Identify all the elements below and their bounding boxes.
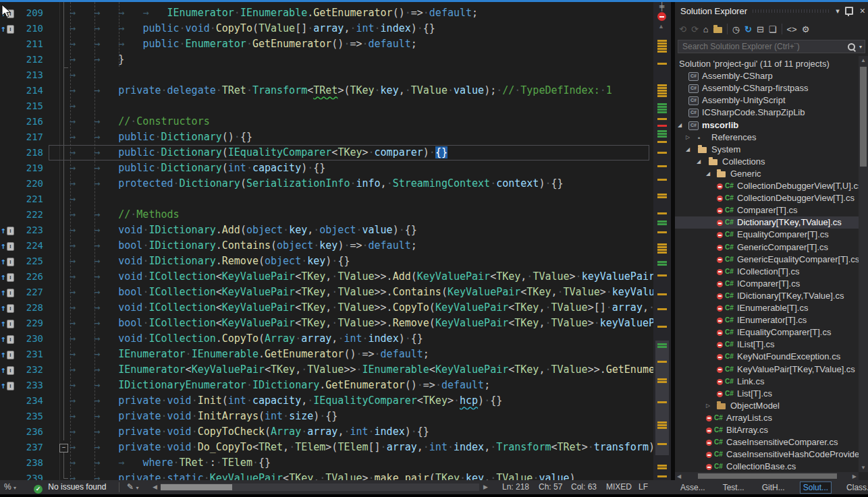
implements-indicator-icon[interactable]: ↑I bbox=[1, 347, 14, 362]
scrollbar-thumb[interactable] bbox=[860, 67, 867, 167]
code-line-228[interactable]: ↑I228→ → void·ICollection<KeyValuePair<T… bbox=[0, 300, 653, 316]
scroll-up-arrow-icon[interactable]: ▲ bbox=[861, 57, 866, 63]
tool-window-tab[interactable]: Test... bbox=[720, 482, 747, 493]
tree-item[interactable]: ◢C#mscorlib bbox=[675, 119, 859, 131]
scroll-right-arrow-icon[interactable]: ▶ bbox=[852, 473, 857, 479]
code-line-229[interactable]: ↑I229→ → bool·ICollection<KeyValuePair<T… bbox=[0, 316, 653, 331]
tree-item[interactable]: ▷ObjectModel bbox=[675, 400, 859, 412]
expander-closed-icon[interactable]: ▷ bbox=[706, 400, 710, 412]
code-line-218[interactable]: 218→ → public·Dictionary(IEqualityCompar… bbox=[0, 145, 653, 160]
tree-item[interactable]: C#CollectionDebuggerView[T,U].cs bbox=[675, 180, 859, 192]
scroll-left-arrow-icon[interactable]: ◀ bbox=[153, 480, 157, 494]
implements-indicator-icon[interactable]: ↑I bbox=[1, 21, 14, 36]
implements-indicator-icon[interactable]: ↑I bbox=[1, 300, 14, 316]
tool-window-tab[interactable]: Solut... bbox=[800, 481, 832, 494]
document-health-indicator-icon[interactable] bbox=[657, 12, 666, 21]
scroll-down-arrow-icon[interactable]: ▼ bbox=[861, 465, 866, 471]
expander-open-icon[interactable]: ◢ bbox=[697, 156, 701, 168]
code-line-216[interactable]: 216→ → //·Constructors bbox=[0, 114, 653, 129]
tree-item[interactable]: ◢System bbox=[675, 144, 859, 156]
tool-window-tab[interactable]: Class... bbox=[844, 482, 868, 493]
expander-open-icon[interactable]: ◢ bbox=[686, 144, 690, 156]
code-line-213[interactable]: 213→ bbox=[0, 67, 653, 83]
code-line-224[interactable]: ↑I224→ → bool·IDictionary.Contains(objec… bbox=[0, 238, 653, 254]
code-line-222[interactable]: 222→ → //·Methods bbox=[0, 207, 653, 223]
tree-item[interactable]: C#IList[T].cs bbox=[675, 339, 859, 351]
scrollbar-thumb[interactable] bbox=[161, 484, 232, 490]
tree-item[interactable]: C#Assembly-CSharp bbox=[675, 70, 859, 82]
home-button[interactable]: ⌂ bbox=[703, 23, 709, 35]
code-line-226[interactable]: ↑I226→ → void·ICollection<KeyValuePair<T… bbox=[0, 269, 653, 285]
char-indicator[interactable]: Ch: 57 bbox=[539, 480, 562, 494]
search-icon[interactable] bbox=[848, 43, 855, 51]
code-line-236[interactable]: 236→ → private·void·CopyToCheck(Array·ar… bbox=[0, 424, 653, 440]
code-line-232[interactable]: ↑I232→ → IEnumerator<KeyValuePair<TKey,·… bbox=[0, 362, 653, 378]
implements-indicator-icon[interactable]: ↑I bbox=[1, 269, 14, 285]
tree-item[interactable]: C#IEnumerable[T].cs bbox=[675, 302, 859, 314]
switch-views-button[interactable]: ▾ bbox=[713, 23, 722, 35]
pending-changes-filter-button[interactable]: ◷▾ bbox=[732, 23, 740, 35]
close-icon[interactable]: × bbox=[860, 5, 865, 16]
implements-indicator-icon[interactable]: ↑I bbox=[1, 238, 14, 254]
editor-scrollbar[interactable]: ╪ ▲ bbox=[653, 2, 671, 480]
code-line-237[interactable]: 237→ → private·void·Do_CopyTo<TRet,·TEle… bbox=[0, 440, 653, 455]
code-line-233[interactable]: ↑I233→ → IDictionaryEnumerator·IDictiona… bbox=[0, 378, 653, 393]
tree-item[interactable]: C#ICSharpCode.SharpZipLib bbox=[675, 107, 859, 119]
tree-item[interactable]: C#CollectionDebuggerView[T].cs bbox=[675, 192, 859, 204]
implements-indicator-icon[interactable]: ↑I bbox=[1, 378, 14, 393]
tree-item[interactable]: C#Link.cs bbox=[675, 376, 859, 388]
tree-item[interactable]: C#CaseInsensitiveHashCodeProvider.cs bbox=[675, 448, 859, 461]
history-back-button[interactable]: ⟲ bbox=[679, 23, 686, 35]
solution-tree[interactable]: Solution 'project-gui' (11 of 11 project… bbox=[675, 56, 859, 472]
tree-item[interactable]: C#IDictionary[TKey,TValue].cs bbox=[675, 290, 859, 302]
implements-indicator-icon[interactable]: ↑I bbox=[1, 254, 14, 269]
code-line-235[interactable]: 235→ → private·void·InitArrays(int·size)… bbox=[0, 409, 653, 424]
split-editor-handle-icon[interactable]: ╪ bbox=[656, 3, 668, 10]
window-position-chevron-icon[interactable]: ▾ bbox=[836, 7, 840, 16]
code-line-210[interactable]: ↑I210→ → → public·void·CopyTo(TValue[]·a… bbox=[0, 21, 653, 36]
show-all-files-button[interactable]: ❏ bbox=[769, 23, 777, 35]
solution-explorer-titlebar[interactable]: Solution Explorer ▾ × bbox=[675, 2, 868, 20]
tree-item[interactable]: ◢Generic bbox=[675, 168, 859, 180]
implements-indicator-icon[interactable]: ↑I bbox=[1, 316, 14, 331]
pin-icon[interactable] bbox=[845, 7, 853, 15]
code-line-225[interactable]: ↑I225→ → void·IDictionary.Remove(object·… bbox=[0, 254, 653, 269]
tree-item[interactable]: C#ICollection[T].cs bbox=[675, 266, 859, 278]
code-line-209[interactable]: ↑I209→ → → → IEnumerator·IEnumerable.Get… bbox=[0, 5, 653, 21]
tree-item[interactable]: ▷▪▪References bbox=[675, 131, 859, 144]
implements-indicator-icon[interactable]: ↑I bbox=[1, 223, 14, 238]
code-line-215[interactable]: 215→ bbox=[0, 98, 653, 114]
issues-indicator[interactable]: ✓ No issues found bbox=[34, 480, 106, 494]
tree-item[interactable]: C#CaseInsensitiveComparer.cs bbox=[675, 436, 859, 448]
eol-indicator[interactable]: LF bbox=[639, 480, 648, 494]
code-line-221[interactable]: 221→ bbox=[0, 192, 653, 207]
tool-window-tab[interactable]: Asse... bbox=[678, 482, 708, 493]
code-line-212[interactable]: 212→ → } bbox=[0, 52, 653, 67]
implements-indicator-icon[interactable]: ↑I bbox=[1, 362, 14, 378]
tree-item[interactable]: C#BitArray.cs bbox=[675, 424, 859, 436]
code-line-238[interactable]: 238→ → → where·TRet·:·TElem·{} bbox=[0, 455, 653, 471]
scrollbar-thumb[interactable] bbox=[655, 341, 669, 455]
tree-item[interactable]: ◢Collections bbox=[675, 156, 859, 168]
expander-open-icon[interactable]: ◢ bbox=[706, 168, 710, 180]
tree-item[interactable]: C#GenericEqualityComparer[T].cs bbox=[675, 254, 859, 266]
encoding-indicator[interactable]: MIXED bbox=[606, 480, 632, 494]
tree-item[interactable]: C#KeyNotFoundException.cs bbox=[675, 351, 859, 363]
tool-window-tab[interactable]: GitH... bbox=[759, 482, 788, 493]
code-line-239[interactable]: 239→ → private·static·KeyValuePair<TKey,… bbox=[0, 471, 653, 480]
code-editor[interactable]: − ↑I209→ → → → IEnumerator·IEnumerable.G… bbox=[0, 2, 653, 480]
tree-item[interactable]: C#Assembly-UnityScript bbox=[675, 94, 859, 107]
code-line-219[interactable]: 219→ → public·Dictionary(int·capacity)·{… bbox=[0, 160, 653, 176]
tree-item[interactable]: C#ArrayList.cs bbox=[675, 412, 859, 424]
expander-open-icon[interactable]: ◢ bbox=[678, 119, 682, 131]
code-line-223[interactable]: ↑I223→ → void·IDictionary.Add(object·key… bbox=[0, 223, 653, 238]
tree-item[interactable]: C#EqualityComparer[T].cs bbox=[675, 229, 859, 241]
code-line-227[interactable]: ↑I227→ → bool·ICollection<KeyValuePair<T… bbox=[0, 285, 653, 300]
history-forward-button[interactable]: ⟳ bbox=[691, 23, 699, 35]
search-input[interactable] bbox=[678, 42, 848, 51]
search-options-chevron-icon[interactable]: ▾ bbox=[859, 44, 862, 50]
view-code-button[interactable]: <> bbox=[787, 23, 797, 35]
collapse-all-button[interactable]: ⊟ bbox=[757, 23, 764, 35]
scroll-left-arrow-icon[interactable]: ◀ bbox=[677, 473, 681, 479]
tree-item[interactable]: C#List[T].cs bbox=[675, 388, 859, 400]
